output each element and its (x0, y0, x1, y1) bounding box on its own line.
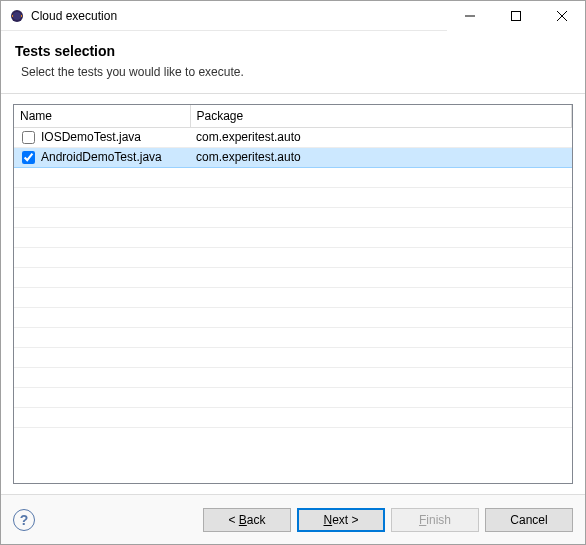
empty-row (14, 167, 572, 187)
test-package: com.experitest.auto (190, 147, 572, 167)
button-bar: ? < Back Next > Finish Cancel (1, 494, 585, 544)
window-title: Cloud execution (31, 9, 117, 23)
page-title: Tests selection (15, 43, 571, 59)
test-name: AndroidDemoTest.java (41, 150, 162, 164)
empty-row (14, 287, 572, 307)
empty-row (14, 407, 572, 427)
eclipse-icon (9, 8, 25, 24)
empty-row (14, 327, 572, 347)
finish-button: Finish (391, 508, 479, 532)
close-button[interactable] (539, 1, 585, 31)
column-header-package[interactable]: Package (190, 105, 572, 127)
table-row[interactable]: IOSDemoTest.javacom.experitest.auto (14, 127, 572, 147)
table-row[interactable]: AndroidDemoTest.javacom.experitest.auto (14, 147, 572, 167)
empty-row (14, 227, 572, 247)
column-header-name[interactable]: Name (14, 105, 190, 127)
test-checkbox[interactable] (22, 151, 35, 164)
empty-row (14, 207, 572, 227)
tests-table: Name Package IOSDemoTest.javacom.experit… (14, 105, 572, 428)
tests-table-container: Name Package IOSDemoTest.javacom.experit… (13, 104, 573, 484)
empty-row (14, 387, 572, 407)
wizard-header: Tests selection Select the tests you wou… (1, 31, 585, 94)
content-area: Name Package IOSDemoTest.javacom.experit… (1, 94, 585, 494)
maximize-button[interactable] (493, 1, 539, 31)
svg-rect-4 (512, 11, 521, 20)
empty-row (14, 367, 572, 387)
svg-point-2 (13, 12, 21, 20)
empty-row (14, 187, 572, 207)
test-name: IOSDemoTest.java (41, 130, 141, 144)
cancel-button[interactable]: Cancel (485, 508, 573, 532)
test-package: com.experitest.auto (190, 127, 572, 147)
help-icon[interactable]: ? (13, 509, 35, 531)
empty-row (14, 247, 572, 267)
empty-row (14, 347, 572, 367)
back-button[interactable]: < Back (203, 508, 291, 532)
next-button[interactable]: Next > (297, 508, 385, 532)
minimize-button[interactable] (447, 1, 493, 31)
empty-row (14, 307, 572, 327)
test-checkbox[interactable] (22, 131, 35, 144)
empty-row (14, 267, 572, 287)
page-subtitle: Select the tests you would like to execu… (21, 65, 571, 79)
titlebar: Cloud execution (1, 1, 585, 31)
dialog-window: Cloud execution Tests selection Select t… (0, 0, 586, 545)
